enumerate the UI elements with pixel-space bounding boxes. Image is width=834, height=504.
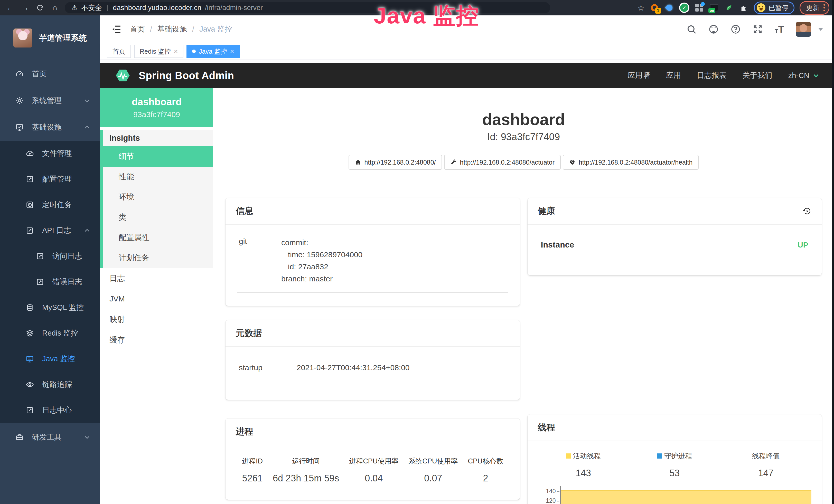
menu-item-environment[interactable]: 环境 <box>103 187 213 207</box>
font-size-icon[interactable]: TT <box>775 24 784 34</box>
tab-redis-monitor[interactable]: Redis 监控 × <box>134 45 183 58</box>
fullscreen-icon[interactable] <box>752 24 763 35</box>
sidebar-item-system[interactable]: 系统管理 <box>0 87 100 114</box>
sidebar-item-java-monitor[interactable]: Java 监控 <box>0 346 100 372</box>
user-avatar[interactable] <box>796 22 811 37</box>
menu-item-caches[interactable]: 缓存 <box>100 330 213 350</box>
main-sidebar: 芋道管理系统 首页 系统管理 基础设施 文件管理 <box>0 16 100 504</box>
breadcrumb-infra[interactable]: 基础设施 <box>157 24 187 35</box>
sba-nav-wallboard[interactable]: 应用墙 <box>628 70 650 81</box>
extension-grid-icon[interactable] <box>694 3 704 13</box>
menu-item-mappings[interactable]: 映射 <box>100 309 213 330</box>
sidebar-item-file-manage[interactable]: 文件管理 <box>0 141 100 166</box>
panel-process-title: 进程 <box>236 426 253 437</box>
metadata-startup-row: startup 2021-04-27T00:44:31.254+08:00 <box>237 363 508 381</box>
menu-item-config-props[interactable]: 配置属性 <box>103 228 213 248</box>
not-secure-label[interactable]: 不安全 <box>81 3 102 12</box>
extension-check-icon[interactable]: ✓ <box>679 3 689 13</box>
browser-home-icon[interactable]: ⌂ <box>49 2 61 13</box>
extension-orange-icon[interactable]: 1 <box>650 3 659 13</box>
sidebar-item-redis-monitor[interactable]: Redis 监控 <box>0 320 100 346</box>
info-row-label: git <box>239 236 281 285</box>
extension-puzzle-icon[interactable] <box>739 3 749 13</box>
actuator-url-button[interactable]: http://192.168.0.2:48080/actuator <box>444 155 561 170</box>
chrome-update-button[interactable]: 更新 <box>799 1 829 15</box>
sidebar-fold-icon[interactable] <box>111 24 122 35</box>
github-icon[interactable] <box>708 24 719 35</box>
instance-id: 93a3fc7f7409 <box>133 110 180 119</box>
sidebar-item-home[interactable]: 首页 <box>0 61 100 87</box>
sidebar-item-api-log[interactable]: API 日志 <box>0 218 100 244</box>
legend-live-threads: 活动线程 143 <box>538 451 629 479</box>
sba-nav-journal[interactable]: 日志报表 <box>697 70 727 81</box>
service-url-button[interactable]: http://192.168.0.2:48080/ <box>349 155 442 170</box>
info-git-row: git commit: time: 1596289704000 id: 27aa… <box>237 235 508 293</box>
chevron-up-icon <box>84 124 90 131</box>
sba-header: Spring Boot Admin 应用墙 应用 日志报表 关于我们 zh-CN <box>100 63 834 88</box>
monitor-check-icon <box>16 123 24 132</box>
sidebar-item-tracing[interactable]: 链路追踪 <box>0 372 100 397</box>
sidebar-item-mysql-monitor[interactable]: MySQL 监控 <box>0 295 100 320</box>
menu-item-details[interactable]: 细节 <box>100 146 213 167</box>
breadcrumb-home[interactable]: 首页 <box>130 24 145 35</box>
tag-view-bar: 首页 Redis 监控 × Java 监控 × <box>100 43 834 60</box>
sidebar-item-log-center[interactable]: 日志中心 <box>0 397 100 423</box>
wrench-icon <box>450 159 457 166</box>
url-separator: | <box>107 4 108 11</box>
panel-threads-title: 线程 <box>538 421 555 433</box>
live-threads-area <box>561 490 812 504</box>
search-icon[interactable] <box>686 24 697 35</box>
avatar-caret-icon[interactable] <box>818 28 823 31</box>
close-icon[interactable]: × <box>230 47 234 55</box>
tab-java-monitor[interactable]: Java 监控 × <box>186 45 240 58</box>
sba-language-select[interactable]: zh-CN <box>788 71 820 80</box>
status-badge: UP <box>797 240 808 249</box>
extension-leaf-icon[interactable] <box>724 3 734 13</box>
sidebar-item-access-log[interactable]: 访问日志 <box>0 244 100 269</box>
extension-on-badge-icon[interactable]: on <box>709 3 719 13</box>
sidebar-item-config-manage[interactable]: 配置管理 <box>0 166 100 192</box>
browser-forward-icon[interactable]: → <box>20 2 31 13</box>
browser-menu-icon[interactable] <box>824 4 825 11</box>
edit-icon <box>36 252 44 260</box>
menu-item-metrics[interactable]: 性能 <box>103 167 213 187</box>
sidebar-item-error-log[interactable]: 错误日志 <box>0 269 100 295</box>
sba-instance-box: dashboard 93a3fc7f7409 <box>100 88 213 127</box>
menu-item-classes[interactable]: 类 <box>103 207 213 228</box>
browser-reload-icon[interactable] <box>35 2 46 13</box>
chevron-down-icon <box>84 97 90 104</box>
brand-logo <box>13 28 32 47</box>
edit-icon <box>26 175 34 183</box>
history-icon[interactable] <box>802 206 811 216</box>
sba-nav-applications[interactable]: 应用 <box>666 70 681 81</box>
panel-health-title: 健康 <box>538 205 555 217</box>
url-path[interactable]: /infra/admin-server <box>205 4 263 12</box>
panel-info: 信息 git commit: time: 1596289704000 id: 2 <box>225 198 520 306</box>
extension-badge: 1 <box>655 8 661 14</box>
active-tab-dot <box>192 49 196 53</box>
bookmark-star-icon[interactable]: ☆ <box>637 3 644 12</box>
not-secure-warning-icon[interactable]: ⚠ <box>71 4 78 12</box>
legend-peak-threads: 线程峰值 147 <box>720 451 811 479</box>
cpu-cores-col: CPU核心数 2 <box>468 457 503 484</box>
insights-group: Insights 细节 性能 环境 类 配置属性 计划任务 <box>100 130 213 268</box>
health-url-button[interactable]: http://192.168.0.2:48080/actuator/health <box>563 155 699 170</box>
sidebar-item-infra[interactable]: 基础设施 <box>0 114 100 141</box>
help-icon[interactable] <box>730 24 741 35</box>
sba-title: Spring Boot Admin <box>139 70 234 82</box>
sba-nav-about[interactable]: 关于我们 <box>743 70 772 81</box>
menu-item-scheduled-tasks[interactable]: 计划任务 <box>103 248 213 268</box>
tab-home[interactable]: 首页 <box>107 45 131 58</box>
menu-item-logs[interactable]: 日志 <box>100 268 213 289</box>
menu-item-jvm[interactable]: JVM <box>100 289 213 309</box>
sidebar-item-scheduled-jobs[interactable]: 定时任务 <box>0 192 100 218</box>
browser-back-icon[interactable]: ← <box>5 2 16 13</box>
extension-drop-icon[interactable] <box>664 3 674 13</box>
url-host[interactable]: dashboard.yudao.iocoder.cn <box>113 4 201 12</box>
profile-paused-chip[interactable]: 已暂停 <box>754 2 794 14</box>
close-icon[interactable]: × <box>174 47 178 55</box>
sidebar-item-devtools[interactable]: 研发工具 <box>0 423 100 451</box>
heart-pulse-icon <box>569 159 576 166</box>
legend-swatch-daemon <box>657 453 662 459</box>
process-uptime-col: 运行时间 6d 23h 15m 59s <box>273 457 339 484</box>
